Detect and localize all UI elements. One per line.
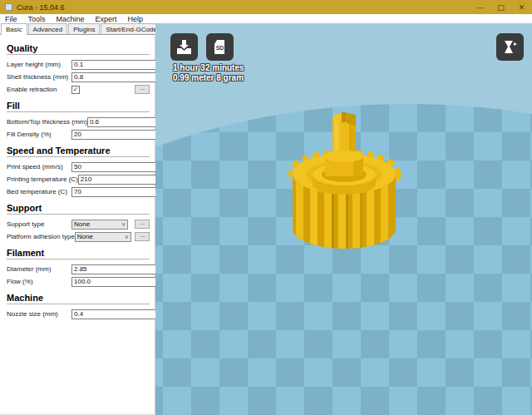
- fill-density-input[interactable]: [71, 130, 168, 140]
- tab-advanced[interactable]: Advanced: [28, 23, 68, 34]
- flow-input[interactable]: [71, 277, 168, 287]
- window-title: Cura - 15.04.6: [17, 3, 65, 12]
- field-nozzle-size: Nozzle size (mm): [7, 308, 150, 320]
- layer-height-input[interactable]: [71, 60, 168, 70]
- shell-thickness-input[interactable]: [71, 72, 168, 82]
- close-button[interactable]: ✕: [511, 0, 532, 14]
- platform-adhesion-more-button[interactable]: ...: [135, 232, 150, 241]
- section-machine: Machine Nozzle size (mm): [7, 293, 150, 320]
- print-speed-input[interactable]: [71, 162, 168, 172]
- view-mode-button[interactable]: [496, 33, 524, 61]
- field-label: Print speed (mm/s): [7, 163, 71, 170]
- field-print-speed: Print speed (mm/s): [7, 161, 150, 173]
- print-estimate: 1 hour 32 minutes 0.99 meter 8 gram: [173, 63, 244, 83]
- section-filament: Filament Diameter (mm) Flow (%): [7, 248, 150, 288]
- section-title: Fill: [7, 101, 150, 111]
- 3d-viewport: SD 1 hour 32 minutes 0.99 meter 8 gram: [155, 23, 532, 415]
- section-quality: Quality Layer height (mm) Shell thicknes…: [7, 43, 150, 96]
- field-label: Enable retraction: [7, 86, 71, 93]
- field-flow: Flow (%): [7, 275, 150, 288]
- section-rule: [7, 54, 150, 55]
- gear-model[interactable]: [288, 111, 405, 256]
- field-enable-retraction: Enable retraction ✓ ...: [7, 83, 150, 96]
- menu-machine[interactable]: Machine: [57, 15, 85, 23]
- support-type-more-button[interactable]: ...: [135, 220, 150, 229]
- gear-shaft-slot: [342, 112, 346, 122]
- view-mode-icon: [501, 38, 519, 56]
- maximize-button[interactable]: □: [490, 0, 511, 14]
- section-speed-temperature: Speed and Temperature Print speed (mm/s)…: [7, 146, 150, 198]
- basic-settings: Quality Layer height (mm) Shell thicknes…: [0, 35, 155, 320]
- estimate-time: 1 hour 32 minutes: [173, 63, 244, 73]
- field-bottom-top-thickness: Bottom/Top thickness (mm): [7, 116, 150, 128]
- save-toolpath-button[interactable]: [170, 33, 198, 61]
- menu-help[interactable]: Help: [128, 15, 144, 23]
- field-label: Support type: [7, 220, 71, 228]
- menu-bar: File Tools Machine Expert Help: [0, 14, 532, 23]
- section-rule: [7, 259, 150, 259]
- minimize-button[interactable]: —: [470, 0, 490, 14]
- sd-card-button[interactable]: SD: [206, 33, 234, 61]
- tab-plugins[interactable]: Plugins: [68, 23, 100, 34]
- section-support: Support Support type None ∨ ... Platform…: [7, 203, 150, 243]
- field-support-type: Support type None ∨ ...: [7, 218, 150, 230]
- field-platform-adhesion: Platform adhesion type None ∨ ...: [7, 230, 150, 243]
- field-layer-height: Layer height (mm): [7, 58, 150, 71]
- support-type-select[interactable]: None ∨: [71, 220, 128, 230]
- field-label: Platform adhesion type: [7, 233, 75, 240]
- sd-card-label: SD: [216, 45, 224, 51]
- tab-bar: Basic Advanced Plugins Start/End-GCode: [0, 23, 155, 35]
- section-fill: Fill Bottom/Top thickness (mm) Fill Dens…: [7, 101, 150, 141]
- field-label: Nozzle size (mm): [7, 310, 71, 318]
- enable-retraction-checkbox[interactable]: ✓: [71, 86, 80, 94]
- nozzle-size-input[interactable]: [71, 309, 168, 319]
- bed-temperature-input[interactable]: [71, 187, 168, 197]
- field-shell-thickness: Shell thickness (mm): [7, 71, 150, 83]
- section-rule: [7, 304, 150, 304]
- tab-basic[interactable]: Basic: [1, 23, 27, 35]
- section-title: Filament: [7, 248, 150, 258]
- menu-file[interactable]: File: [5, 15, 17, 23]
- field-label: Shell thickness (mm): [7, 73, 71, 81]
- main-area: Basic Advanced Plugins Start/End-GCode Q…: [0, 23, 532, 415]
- field-label: Bed temperature (C): [7, 188, 71, 195]
- field-label: Bottom/Top thickness (mm): [7, 118, 87, 126]
- field-bed-temperature: Bed temperature (C): [7, 185, 150, 198]
- platform-adhesion-select[interactable]: None ∨: [75, 232, 131, 242]
- menu-tools[interactable]: Tools: [28, 15, 46, 23]
- tab-start-end-gcode[interactable]: Start/End-GCode: [101, 23, 161, 34]
- field-label: Printing temperature (C): [7, 175, 78, 183]
- selected-value: None: [74, 220, 90, 228]
- window-controls: — □ ✕: [470, 0, 532, 14]
- field-label: Flow (%): [7, 278, 71, 285]
- selected-value: None: [77, 233, 93, 240]
- section-title: Support: [7, 203, 150, 213]
- settings-panel: Basic Advanced Plugins Start/End-GCode Q…: [0, 23, 155, 415]
- field-label: Fill Density (%): [7, 131, 71, 138]
- section-title: Machine: [7, 293, 150, 303]
- section-title: Speed and Temperature: [7, 146, 150, 156]
- titlebar: Cura - 15.04.6 — □ ✕: [0, 0, 532, 14]
- field-label: Diameter (mm): [7, 265, 71, 273]
- diameter-input[interactable]: [71, 264, 168, 274]
- app-icon: [5, 3, 12, 11]
- retraction-more-button[interactable]: ...: [135, 85, 150, 94]
- section-rule: [7, 156, 150, 157]
- section-rule: [7, 214, 150, 215]
- chevron-down-icon: ∨: [125, 234, 129, 240]
- field-label: Layer height (mm): [7, 61, 71, 68]
- save-printer-icon: [175, 38, 193, 56]
- menu-expert[interactable]: Expert: [96, 15, 117, 23]
- sd-card-icon: SD: [211, 38, 229, 56]
- chevron-down-icon: ∨: [121, 221, 126, 228]
- field-printing-temperature: Printing temperature (C): [7, 173, 150, 185]
- field-fill-density: Fill Density (%) ...: [7, 128, 150, 141]
- field-diameter: Diameter (mm): [7, 263, 150, 275]
- estimate-material: 0.99 meter 8 gram: [173, 73, 244, 83]
- section-title: Quality: [7, 43, 150, 53]
- gear-hub-top: [325, 151, 363, 162]
- section-rule: [7, 111, 150, 112]
